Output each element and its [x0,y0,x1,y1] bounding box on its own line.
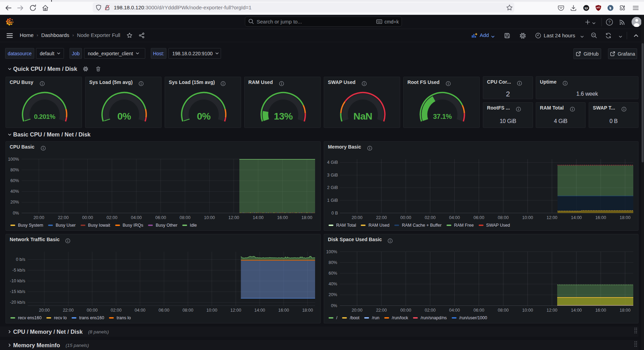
svg-text:NaN: NaN [353,111,372,122]
svg-text:0%: 0% [117,111,131,122]
svg-text:13%: 13% [274,111,293,122]
svg-text:0.201%: 0.201% [34,113,55,120]
svg-text:?: ? [608,20,610,24]
svg-text:0%: 0% [197,111,211,122]
svg-text:XX: XX [585,7,588,10]
svg-text:37.1%: 37.1% [433,113,452,120]
svg-text:uO: uO [597,6,600,9]
